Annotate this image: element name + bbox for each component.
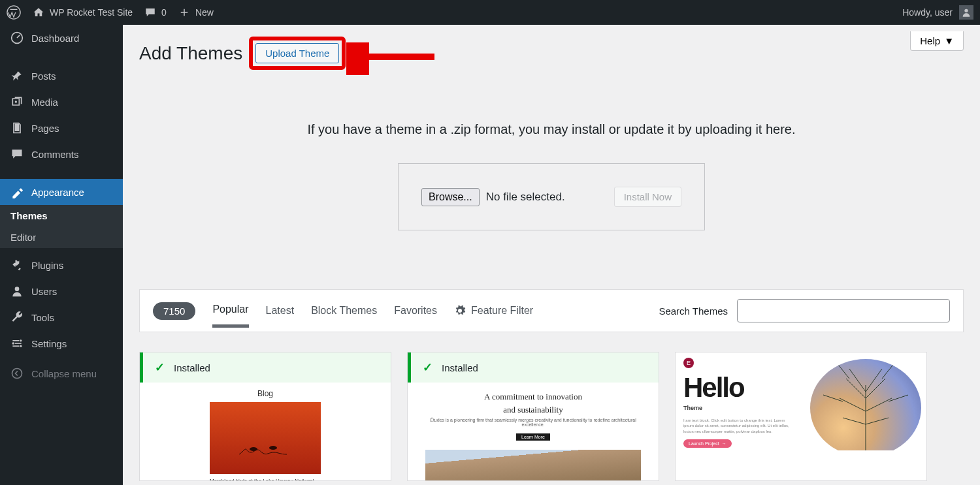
feature-filter[interactable]: Feature Filter [454,305,533,317]
sidebar-item-dashboard[interactable]: Dashboard [0,25,123,51]
main-content: Help ▼ Add Themes Upload Theme If you ha… [123,25,980,485]
check-icon: ✓ [423,360,433,375]
tab-latest[interactable]: Latest [266,305,295,326]
sidebar-item-pages[interactable]: Pages [0,115,123,141]
sidebar-item-label: Users [31,286,57,297]
installed-badge: ✓ Installed [408,352,659,383]
svg-point-8 [20,339,22,341]
collapse-icon [10,367,24,380]
sidebar-item-label: Comments [31,149,79,160]
installed-badge: ✓ Installed [140,352,391,383]
sidebar-item-label: Dashboard [31,33,79,44]
sidebar-item-comments[interactable]: Comments [0,141,123,167]
svg-rect-7 [12,345,19,347]
theme-preview: E Hello Theme I am text block. Click edi… [676,352,926,450]
svg-point-11 [12,369,22,379]
site-title: WP Rocket Test Site [50,7,133,18]
elementor-icon: E [683,358,694,368]
svg-point-1 [964,9,968,12]
sidebar-item-label: Media [31,97,58,108]
svg-point-9 [12,342,14,344]
plugins-icon [10,258,24,272]
install-now-button[interactable]: Install Now [614,187,681,207]
plus-icon [178,7,190,18]
upload-instructions: If you have a theme in a .zip format, yo… [123,122,980,137]
page-title: Add Themes [139,43,242,64]
admin-sidebar: Dashboard Posts Media Pages Comments App… [0,25,123,485]
settings-icon [10,337,24,350]
theme-preview: Blog Marshland birds at the Lake Havasu … [140,383,391,480]
sidebar-item-plugins[interactable]: Plugins [0,252,123,278]
sidebar-item-label: Collapse menu [31,368,97,379]
sidebar-item-label: Settings [31,338,67,349]
sidebar-item-label: Posts [31,70,56,82]
pages-icon [10,121,24,134]
howdy-user[interactable]: Howdy, user [902,7,953,18]
sidebar-item-label: Plugins [31,260,63,271]
check-icon: ✓ [155,360,165,375]
svg-rect-6 [15,343,22,344]
svg-point-10 [20,345,22,347]
arrow-annotation [346,42,438,75]
sidebar-item-posts[interactable]: Posts [0,63,123,89]
sidebar-item-media[interactable]: Media [0,89,123,115]
svg-point-13 [250,447,257,451]
gear-icon [454,305,466,317]
theme-card[interactable]: ✓ Installed Blog Marshland birds at the … [139,352,391,481]
search-input[interactable] [737,299,950,322]
theme-card[interactable]: ✓ Installed A commitment to innovation a… [407,352,659,481]
filter-bar: 7150 Popular Latest Block Themes Favorit… [139,289,964,332]
pin-icon [10,69,24,82]
admin-bar: WP Rocket Test Site 0 New Howdy, user [0,0,980,25]
search-label: Search Themes [659,305,728,317]
dashboard-icon [10,31,24,44]
svg-point-4 [15,287,20,291]
sidebar-item-collapse[interactable]: Collapse menu [0,360,123,386]
site-link[interactable]: WP Rocket Test Site [33,7,133,18]
theme-count: 7150 [153,302,195,320]
tab-popular[interactable]: Popular [212,304,248,328]
upload-theme-button[interactable]: Upload Theme [255,43,339,63]
help-tab[interactable]: Help ▼ [910,31,964,51]
sidebar-item-label: Appearance [31,187,84,198]
comment-count: 0 [161,7,167,18]
sidebar-item-label: Tools [31,312,54,323]
upload-highlight: Upload Theme [249,37,346,70]
theme-card[interactable]: E Hello Theme I am text block. Click edi… [675,352,927,481]
browse-button[interactable]: Browse... [421,188,480,206]
tab-block-themes[interactable]: Block Themes [311,305,377,326]
users-icon [10,285,24,298]
svg-point-14 [269,446,277,450]
sidebar-item-appearance[interactable]: Appearance [0,179,123,205]
subitem-editor[interactable]: Editor [0,227,123,248]
appearance-submenu: Themes Editor [0,205,123,248]
file-status: No file selected. [486,191,565,204]
comments-icon [10,148,24,161]
new-label: New [195,7,214,18]
sidebar-item-label: Pages [31,123,59,134]
svg-point-3 [15,101,17,102]
svg-rect-5 [12,340,19,341]
comment-icon [144,7,156,18]
avatar[interactable] [959,5,973,20]
sidebar-item-settings[interactable]: Settings [0,330,123,356]
new-link[interactable]: New [178,7,214,18]
chevron-down-icon: ▼ [944,35,954,46]
home-icon [33,7,44,18]
sidebar-item-users[interactable]: Users [0,278,123,304]
media-icon [10,95,24,108]
subitem-themes[interactable]: Themes [0,205,123,227]
themes-grid: ✓ Installed Blog Marshland birds at the … [123,332,980,485]
upload-box: Browse... No file selected. Install Now [398,163,705,230]
theme-preview: A commitment to innovation and sustainab… [408,383,659,480]
tools-icon [10,311,24,324]
sidebar-item-tools[interactable]: Tools [0,304,123,330]
comments-link[interactable]: 0 [144,7,167,18]
tab-favorites[interactable]: Favorites [394,305,437,326]
appearance-icon [10,185,24,198]
wp-logo[interactable] [7,5,21,20]
